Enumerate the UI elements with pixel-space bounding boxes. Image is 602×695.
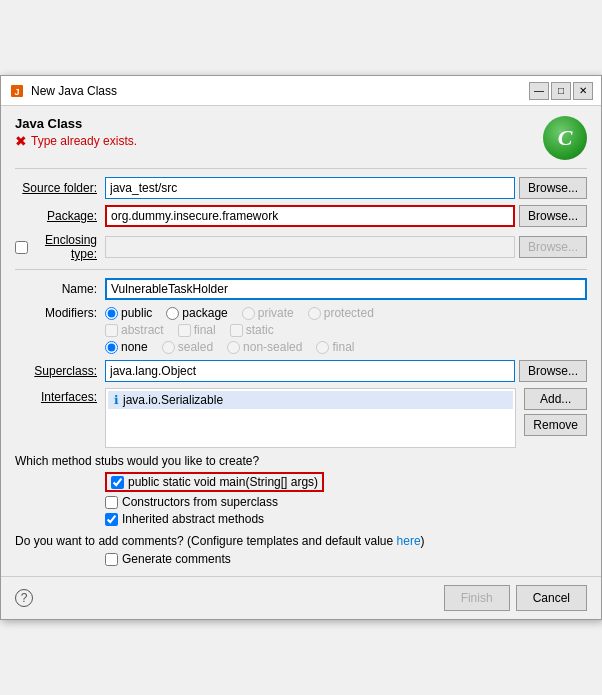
- package-label: Package:: [15, 209, 105, 223]
- superclass-browse-button[interactable]: Browse...: [519, 360, 587, 382]
- final-sealed-radio-label[interactable]: final: [316, 340, 354, 354]
- modifier-package-text: package: [182, 306, 227, 320]
- package-browse-button[interactable]: Browse...: [519, 205, 587, 227]
- interfaces-row: Interfaces: ℹ java.io.Serializable Add..…: [15, 388, 587, 448]
- generate-comments-checkbox[interactable]: [105, 553, 118, 566]
- cancel-button[interactable]: Cancel: [516, 585, 587, 611]
- superclass-label: Superclass:: [15, 364, 105, 378]
- modifier-package-radio[interactable]: [166, 307, 179, 320]
- modifier-protected-text: protected: [324, 306, 374, 320]
- modifiers-label: Modifiers:: [15, 306, 105, 320]
- main-method-row: public static void main(String[] args): [105, 472, 587, 492]
- modifier-protected-radio[interactable]: [308, 307, 321, 320]
- modifier-private-text: private: [258, 306, 294, 320]
- dialog-footer: ? Finish Cancel: [1, 576, 601, 619]
- enclosing-type-input[interactable]: [105, 236, 515, 258]
- abstract-checkbox[interactable]: [105, 324, 118, 337]
- modifier-public-label[interactable]: public: [105, 306, 152, 320]
- none-radio[interactable]: [105, 341, 118, 354]
- minimize-button[interactable]: —: [529, 82, 549, 100]
- method-stubs-section: Which method stubs would you like to cre…: [15, 454, 587, 526]
- error-icon: ✖: [15, 133, 27, 149]
- name-label: Name:: [15, 282, 105, 296]
- enclosing-type-row: Enclosing type: Browse...: [15, 233, 587, 261]
- name-input[interactable]: [105, 278, 587, 300]
- inherited-label: Inherited abstract methods: [122, 512, 264, 526]
- package-row: Package: Browse...: [15, 205, 587, 227]
- final-sealed-radio[interactable]: [316, 341, 329, 354]
- section-title: Java Class: [15, 116, 137, 131]
- comments-question: Do you want to add comments? (Configure …: [15, 534, 397, 548]
- interfaces-label: Interfaces:: [15, 388, 105, 404]
- maximize-button[interactable]: □: [551, 82, 571, 100]
- dialog-content: Java Class ✖ Type already exists. C Sour…: [1, 106, 601, 576]
- main-method-checkbox[interactable]: [111, 476, 124, 489]
- footer-buttons: Finish Cancel: [444, 585, 587, 611]
- modifiers-radio-group: public package private protected: [105, 306, 374, 320]
- finish-button[interactable]: Finish: [444, 585, 510, 611]
- logo-circle: C: [543, 116, 587, 160]
- non-sealed-radio[interactable]: [227, 341, 240, 354]
- interface-item[interactable]: ℹ java.io.Serializable: [108, 391, 513, 409]
- source-folder-label: Source folder:: [15, 181, 105, 195]
- modifier-private-label[interactable]: private: [242, 306, 294, 320]
- interfaces-remove-button[interactable]: Remove: [524, 414, 587, 436]
- enclosing-type-browse-button[interactable]: Browse...: [519, 236, 587, 258]
- none-sealed-row: none sealed non-sealed final: [15, 340, 587, 354]
- main-method-highlighted: public static void main(String[] args): [105, 472, 324, 492]
- interface-item-text: java.io.Serializable: [123, 393, 223, 407]
- sealed-radio-label[interactable]: sealed: [162, 340, 213, 354]
- modifier-public-radio[interactable]: [105, 307, 118, 320]
- modifier-protected-label[interactable]: protected: [308, 306, 374, 320]
- window-title: New Java Class: [31, 84, 529, 98]
- inherited-checkbox[interactable]: [105, 513, 118, 526]
- generate-comments-row: Generate comments: [105, 552, 587, 566]
- modifier-private-radio[interactable]: [242, 307, 255, 320]
- enclosing-type-checkbox[interactable]: [15, 241, 28, 254]
- interfaces-area: ℹ java.io.Serializable: [105, 388, 516, 448]
- static-text: static: [246, 323, 274, 337]
- header-left: Java Class ✖ Type already exists.: [15, 116, 137, 149]
- static-checkbox-label[interactable]: static: [230, 323, 274, 337]
- non-sealed-radio-label[interactable]: non-sealed: [227, 340, 302, 354]
- static-checkbox[interactable]: [230, 324, 243, 337]
- abstract-checkbox-label[interactable]: abstract: [105, 323, 164, 337]
- superclass-input[interactable]: [105, 360, 515, 382]
- error-text: Type already exists.: [31, 134, 137, 148]
- final-text: final: [194, 323, 216, 337]
- interfaces-buttons: Add... Remove: [520, 388, 587, 436]
- close-button[interactable]: ✕: [573, 82, 593, 100]
- new-java-class-dialog: J New Java Class — □ ✕ Java Class ✖ Type…: [0, 75, 602, 620]
- comments-link[interactable]: here: [397, 534, 421, 548]
- final-checkbox[interactable]: [178, 324, 191, 337]
- inherited-row: Inherited abstract methods: [105, 512, 587, 526]
- name-row: Name:: [15, 278, 587, 300]
- main-method-label: public static void main(String[] args): [128, 475, 318, 489]
- interface-info-icon: ℹ: [114, 393, 119, 407]
- modifier-checkboxes-group: abstract final static: [105, 323, 587, 337]
- modifiers-row: Modifiers: public package private protec…: [15, 306, 587, 320]
- interfaces-add-button[interactable]: Add...: [524, 388, 587, 410]
- modifier-public-text: public: [121, 306, 152, 320]
- superclass-row: Superclass: Browse...: [15, 360, 587, 382]
- source-folder-browse-button[interactable]: Browse...: [519, 177, 587, 199]
- none-radio-label[interactable]: none: [105, 340, 148, 354]
- method-stubs-title: Which method stubs would you like to cre…: [15, 454, 587, 468]
- final-checkbox-label[interactable]: final: [178, 323, 216, 337]
- constructors-label: Constructors from superclass: [122, 495, 278, 509]
- source-folder-input[interactable]: [105, 177, 515, 199]
- comments-section: Do you want to add comments? (Configure …: [15, 534, 587, 566]
- titlebar: J New Java Class — □ ✕: [1, 76, 601, 106]
- error-row: ✖ Type already exists.: [15, 133, 137, 149]
- sealed-radio[interactable]: [162, 341, 175, 354]
- generate-comments-label: Generate comments: [122, 552, 231, 566]
- help-button[interactable]: ?: [15, 589, 33, 607]
- enclosing-type-label: Enclosing type:: [31, 233, 97, 261]
- sealed-text: sealed: [178, 340, 213, 354]
- constructors-row: Constructors from superclass: [105, 495, 587, 509]
- constructors-checkbox[interactable]: [105, 496, 118, 509]
- modifier-package-label[interactable]: package: [166, 306, 227, 320]
- window-icon: J: [9, 83, 25, 99]
- package-input[interactable]: [105, 205, 515, 227]
- header-divider: [15, 168, 587, 169]
